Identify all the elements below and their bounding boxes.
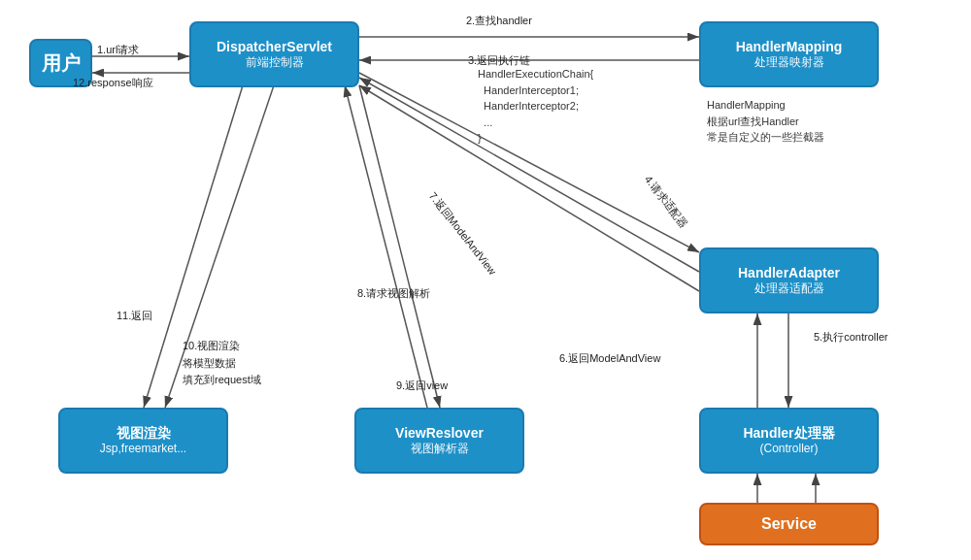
dispatcher-subtitle: 前端控制器 xyxy=(246,55,304,71)
handler-mapping-title: HandlerMapping xyxy=(736,38,843,55)
service-label: Service xyxy=(761,514,817,535)
label-8-view-resolve: 8.请求视图解析 xyxy=(357,286,430,301)
handler-mapping-note: HandlerMapping根据url查找Handler常是自定义的一些拦截器 xyxy=(707,97,824,146)
label-7-model: 7.返回ModelAndView xyxy=(425,189,499,278)
label-11-return: 11.返回 xyxy=(117,309,152,323)
view-node: 视图渲染 Jsp,freemarket... xyxy=(58,408,228,474)
view-reslover-subtitle: 视图解析器 xyxy=(411,442,469,457)
label-5-execute: 5.执行controller xyxy=(814,330,887,345)
execution-chain-note: HandlerExecutionChain{ HanderInterceptor… xyxy=(478,66,593,147)
handler-title: Handler处理器 xyxy=(743,424,834,442)
user-label: 用户 xyxy=(42,50,81,76)
label-2-find: 2.查找handler xyxy=(466,14,532,28)
view-reslover-node: ViewReslover 视图解析器 xyxy=(354,408,524,474)
dispatcher-node: DispatcherServlet 前端控制器 xyxy=(189,21,359,87)
dispatcher-title: DispatcherServlet xyxy=(217,38,332,55)
handler-adapter-title: HandlerAdapter xyxy=(738,264,840,281)
view-title: 视图渲染 xyxy=(117,424,171,442)
handler-subtitle: (Controller) xyxy=(759,442,818,457)
handler-node: Handler处理器 (Controller) xyxy=(699,408,879,474)
label-6-model: 6.返回ModelAndView xyxy=(559,351,660,366)
svg-line-10 xyxy=(345,85,427,408)
view-subtitle: Jsp,freemarket... xyxy=(100,442,186,457)
label-12-response: 12.response响应 xyxy=(73,76,153,90)
handler-adapter-subtitle: 处理器适配器 xyxy=(754,281,824,297)
handler-adapter-node: HandlerAdapter 处理器适配器 xyxy=(699,247,879,313)
svg-line-9 xyxy=(359,85,440,408)
label-10-render: 10.视图渲染将模型数据填充到request域 xyxy=(183,338,261,389)
handler-mapping-node: HandlerMapping 处理器映射器 xyxy=(699,21,879,87)
handler-mapping-subtitle: 处理器映射器 xyxy=(754,55,824,71)
label-1-url: 1.url请求 xyxy=(97,43,139,57)
service-node: Service xyxy=(699,503,879,545)
label-9-return-view: 9.返回view xyxy=(396,379,448,393)
label-4-adapter: 4.请求适配器 xyxy=(641,173,690,231)
diagram: 用户 DispatcherServlet 前端控制器 HandlerMappin… xyxy=(0,0,971,560)
view-reslover-title: ViewReslover xyxy=(395,424,484,442)
